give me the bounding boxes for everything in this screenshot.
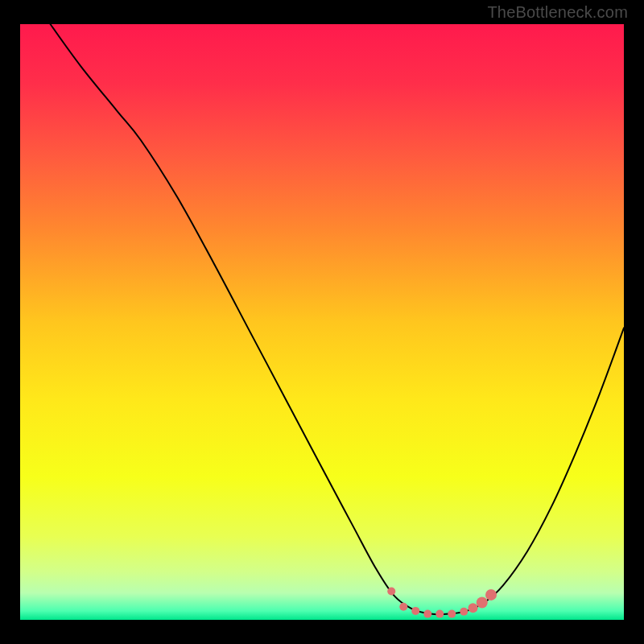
curve-line [51,24,625,614]
curve-marker [423,610,431,618]
curve-marker [436,610,444,618]
chart-curve [20,24,624,620]
watermark-text: TheBottleneck.com [487,3,628,22]
curve-marker [485,589,497,601]
curve-marker [387,587,395,595]
curve-marker [469,603,478,613]
curve-marker [477,597,488,609]
chart-frame [0,0,644,644]
curve-marker [460,608,468,616]
curve-marker [411,607,419,615]
curve-marker [448,610,456,618]
chart-plot-area [20,24,624,620]
curve-marker [399,603,407,611]
